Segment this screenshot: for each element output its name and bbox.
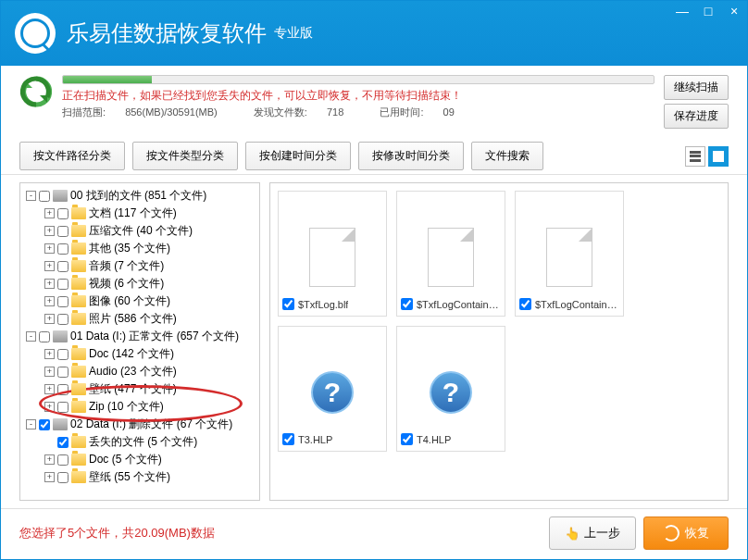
tree-label: Zip (10 个文件) (89, 399, 164, 415)
tree-node[interactable]: -02 Data (I:) 删除文件 (67 个文件) (22, 416, 257, 433)
tree-node[interactable]: +Doc (5 个文件) (22, 451, 257, 468)
tree-checkbox[interactable] (57, 367, 69, 378)
close-button[interactable]: × (721, 1, 747, 21)
tree-node[interactable]: +音频 (7 个文件) (22, 257, 257, 275)
tree-checkbox[interactable] (57, 402, 69, 413)
tree-node[interactable]: +照片 (586 个文件) (22, 310, 257, 328)
tree-node[interactable]: -00 找到的文件 (851 个文件) (22, 187, 257, 205)
tree-checkbox[interactable] (57, 261, 69, 272)
app-logo (15, 13, 56, 54)
maximize-button[interactable]: □ (695, 1, 721, 21)
tree-toggle[interactable]: - (26, 419, 36, 429)
tree-node[interactable]: +文档 (117 个文件) (22, 205, 257, 222)
file-item[interactable]: $TxfLog.blf (278, 191, 387, 317)
tree-node[interactable]: +图像 (60 个文件) (22, 292, 257, 310)
file-checkbox[interactable] (519, 298, 531, 310)
tree-checkbox[interactable] (57, 437, 69, 448)
tree-node[interactable]: +视频 (6 个文件) (22, 275, 257, 292)
tree-label: 音频 (7 个文件) (89, 258, 164, 274)
file-item[interactable]: ?T3.HLP (278, 326, 387, 452)
tree-toggle[interactable]: + (44, 279, 55, 289)
folder-icon (71, 454, 86, 466)
action-buttons: 👆 上一步 恢复 (549, 516, 729, 550)
found-label: 发现文件数: (254, 106, 307, 118)
tree-label: 01 Data (I:) 正常文件 (657 个文件) (70, 329, 239, 344)
tree-toggle[interactable]: + (44, 454, 55, 465)
drive-icon (53, 330, 68, 342)
tree-node[interactable]: +壁纸 (477 个文件) (22, 380, 257, 398)
tree-toggle[interactable]: + (44, 402, 55, 412)
summary-size: 20.09(MB) (134, 526, 191, 540)
tree-toggle[interactable]: + (44, 314, 55, 324)
tree-toggle[interactable]: + (44, 367, 55, 377)
tree-toggle[interactable]: + (44, 296, 55, 306)
folder-icon (71, 401, 86, 413)
save-progress-button[interactable]: 保存进度 (664, 104, 729, 129)
file-checkbox[interactable] (282, 298, 294, 310)
tree-checkbox[interactable] (57, 349, 69, 360)
app-title: 乐易佳数据恢复软件 (67, 19, 267, 48)
tree-node[interactable]: -01 Data (I:) 正常文件 (657 个文件) (22, 328, 257, 345)
minimize-button[interactable]: — (669, 1, 695, 21)
tab-by-created[interactable]: 按创建时间分类 (245, 142, 351, 170)
continue-scan-button[interactable]: 继续扫描 (664, 75, 729, 100)
tree-checkbox[interactable] (57, 454, 69, 466)
recover-button[interactable]: 恢复 (643, 516, 729, 550)
tab-search[interactable]: 文件搜索 (471, 142, 543, 170)
drive-icon (53, 190, 68, 202)
file-item[interactable]: $TxfLogContainer... (396, 191, 505, 317)
tree-checkbox[interactable] (57, 279, 69, 290)
tree-toggle[interactable]: + (44, 208, 55, 218)
tree-checkbox[interactable] (57, 472, 69, 483)
tree-node[interactable]: +Zip (10 个文件) (22, 398, 257, 416)
tree-node[interactable]: 丢失的文件 (5 个文件) (22, 433, 257, 451)
tree-checkbox[interactable] (57, 243, 69, 255)
drive-icon (53, 418, 68, 430)
tree-checkbox[interactable] (57, 296, 69, 307)
tree-node[interactable]: +其他 (35 个文件) (22, 240, 257, 257)
tab-by-path[interactable]: 按文件路径分类 (19, 142, 125, 170)
tree-node[interactable]: +Audio (23 个文件) (22, 363, 257, 380)
view-grid-button[interactable] (708, 146, 729, 167)
app-subtitle: 专业版 (274, 25, 313, 42)
tree-checkbox[interactable] (57, 314, 69, 325)
folder-icon (71, 243, 86, 255)
tree-checkbox[interactable] (57, 208, 69, 219)
file-checkbox[interactable] (401, 433, 413, 445)
summary-mid: 个文件，共 (74, 526, 134, 540)
tree-checkbox[interactable] (39, 191, 50, 202)
main-window: 乐易佳数据恢复软件 专业版 — □ × 正在扫描文件，如果已经找到您丢失的文件，… (0, 0, 748, 560)
file-page-icon (428, 228, 474, 287)
folder-icon (71, 260, 86, 272)
tree-toggle[interactable]: + (44, 472, 55, 482)
tree-toggle[interactable]: - (26, 331, 36, 342)
folder-icon (71, 295, 86, 307)
view-list-button[interactable] (685, 146, 705, 167)
tree-checkbox[interactable] (57, 384, 69, 395)
tree-toggle[interactable]: + (44, 349, 55, 359)
file-tree[interactable]: -00 找到的文件 (851 个文件)+文档 (117 个文件)+压缩文件 (4… (19, 182, 260, 501)
tree-node[interactable]: +Doc (142 个文件) (22, 345, 257, 363)
tree-toggle[interactable]: + (44, 384, 55, 394)
tab-by-modified[interactable]: 按修改时间分类 (358, 142, 464, 170)
tree-toggle[interactable]: + (44, 261, 55, 271)
tree-node[interactable]: +压缩文件 (40 个文件) (22, 222, 257, 240)
tree-toggle[interactable]: + (44, 243, 55, 254)
status-area: 正在扫描文件，如果已经找到您丢失的文件，可以立即恢复，不用等待扫描结束！ 扫描范… (1, 66, 747, 138)
tree-checkbox[interactable] (39, 331, 50, 342)
tree-toggle[interactable]: + (44, 226, 55, 236)
file-item[interactable]: ?T4.HLP (396, 326, 505, 452)
file-checkbox[interactable] (282, 433, 294, 445)
file-item[interactable]: $TxfLogContainer... (515, 191, 624, 317)
tree-checkbox[interactable] (39, 419, 50, 430)
tree-checkbox[interactable] (57, 226, 69, 237)
file-checkbox[interactable] (401, 298, 413, 310)
tab-by-type[interactable]: 按文件类型分类 (132, 142, 238, 170)
folder-icon (71, 348, 86, 360)
selection-summary: 您选择了5个文件，共20.09(MB)数据 👆 上一步 恢复 (1, 508, 747, 557)
previous-button[interactable]: 👆 上一步 (549, 516, 636, 550)
window-controls: — □ × (669, 1, 747, 21)
tree-toggle[interactable]: - (26, 191, 36, 201)
file-name-label: $TxfLog.blf (298, 299, 348, 310)
tree-node[interactable]: +壁纸 (55 个文件) (22, 468, 257, 486)
